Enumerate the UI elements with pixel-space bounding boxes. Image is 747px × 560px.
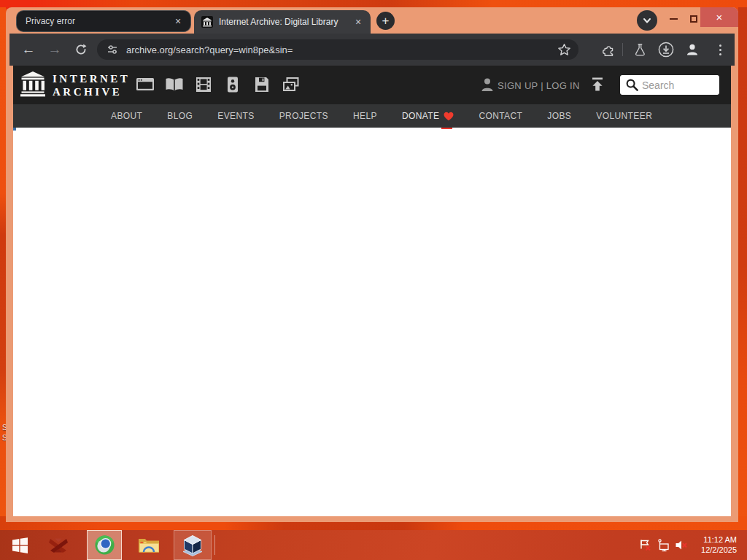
bookmark-star-icon (557, 43, 571, 57)
brand-line-1: INTERNET (53, 72, 130, 85)
tab-title: Privacy error (26, 16, 171, 26)
file-explorer-icon (138, 536, 160, 555)
browser-window: Privacy error × Internet Archive: Digita… (6, 7, 738, 522)
video-icon[interactable] (194, 76, 213, 93)
desktop-wallpaper (0, 7, 6, 525)
network-icon[interactable] (657, 538, 670, 552)
user-icon (480, 77, 495, 92)
nav-item-contact[interactable]: CONTACT (479, 111, 522, 121)
site-search-box (620, 75, 719, 95)
url-text: archive.org/search?query=win8pe&sin= (126, 44, 293, 55)
windows-logo-icon (12, 537, 28, 553)
web-icon[interactable] (136, 76, 155, 93)
nav-item-projects[interactable]: PROJECTS (279, 111, 328, 121)
menu-dots-icon (719, 44, 721, 55)
archive-header: INTERNET ARCHIVE (13, 66, 731, 104)
address-bar[interactable]: archive.org/search?query=win8pe&sin= (97, 39, 578, 60)
taskbar-virtualbox-button[interactable] (174, 530, 212, 560)
nav-item-volunteer[interactable]: VOLUNTEER (596, 111, 652, 121)
action-center-flag-icon[interactable] (638, 538, 652, 552)
tab-strip: Privacy error × Internet Archive: Digita… (6, 7, 738, 34)
screen: S S Privacy error × Internet Archive: Di (0, 0, 747, 560)
nav-item-events[interactable]: EVENTS (217, 111, 254, 121)
archive-navbar: ABOUT BLOG EVENTS PROJECTS HELP DONATE C… (13, 104, 731, 128)
signup-login-link[interactable]: SIGN UP | LOG IN (498, 80, 580, 91)
back-button[interactable]: ← (18, 39, 39, 60)
internet-archive-logo-icon[interactable] (20, 71, 45, 98)
window-close-button[interactable]: × (700, 7, 738, 27)
taskbar: 11:12 AM 12/2/2025 (0, 530, 747, 560)
profile-button[interactable] (682, 39, 703, 60)
desktop-wallpaper (738, 7, 747, 525)
tab-close-icon[interactable]: × (352, 15, 365, 28)
nav-item-help[interactable]: HELP (353, 111, 377, 121)
plus-icon: + (382, 14, 390, 28)
tab-internet-archive[interactable]: Internet Archive: Digital Library × (194, 10, 371, 34)
tab-search-button[interactable] (637, 10, 657, 31)
experiments-button[interactable] (630, 39, 650, 60)
browser-menu-button[interactable] (710, 39, 730, 60)
forward-button[interactable]: → (44, 39, 65, 60)
taskbar-chrome-button[interactable] (87, 530, 122, 560)
minimize-icon (670, 18, 678, 20)
taskbar-explorer-button[interactable] (131, 530, 166, 560)
software-icon[interactable] (252, 76, 271, 93)
new-tab-button[interactable]: + (376, 12, 395, 30)
maximize-icon (690, 15, 697, 23)
nav-item-donate[interactable]: DONATE (402, 111, 454, 121)
profile-icon (685, 42, 700, 57)
taskbar-clock[interactable]: 11:12 AM 12/2/2025 (686, 534, 737, 555)
nav-item-blog[interactable]: BLOG (167, 111, 193, 121)
extensions-puzzle-icon (601, 43, 615, 57)
minimize-button[interactable] (664, 10, 683, 28)
close-icon: × (716, 11, 723, 23)
brand-wordmark[interactable]: INTERNET ARCHIVE (53, 72, 130, 99)
downloads-button[interactable] (656, 39, 676, 60)
download-icon (658, 42, 674, 58)
chevron-down-icon (641, 15, 653, 26)
toolbar-divider (622, 43, 623, 56)
browser-toolbar: ← → archive.org/search?query=win8pe&sin= (9, 34, 735, 66)
brand-line-2: ARCHIVE (53, 85, 130, 98)
clock-date: 12/2/2025 (686, 545, 737, 555)
flask-icon (633, 43, 646, 56)
reload-button[interactable] (71, 39, 91, 60)
start-button[interactable] (4, 530, 35, 560)
tab-title: Internet Archive: Digital Library (219, 17, 352, 27)
media-type-nav (136, 76, 301, 93)
webpage-content: INTERNET ARCHIVE (13, 66, 731, 516)
chrome-icon (94, 534, 115, 556)
tab-close-icon[interactable]: × (171, 15, 185, 28)
search-input[interactable] (620, 75, 719, 95)
audio-icon[interactable] (223, 76, 242, 93)
nav-item-jobs[interactable]: JOBS (547, 111, 571, 121)
donate-label: DONATE (402, 111, 440, 121)
bookmark-button[interactable] (554, 39, 574, 60)
donate-underline (441, 128, 452, 129)
render-artifact (13, 128, 16, 131)
back-icon: ← (22, 42, 36, 58)
red-ribbon-app-icon (48, 536, 69, 555)
site-info-icon[interactable] (106, 43, 119, 56)
clock-time: 11:12 AM (686, 534, 737, 545)
texts-icon[interactable] (165, 76, 184, 93)
virtualbox-icon (182, 534, 204, 556)
taskbar-app-button[interactable] (42, 530, 74, 560)
nav-item-about[interactable]: ABOUT (111, 111, 142, 121)
heart-icon (444, 112, 454, 121)
reload-icon (74, 43, 88, 56)
taskbar-divider (214, 535, 215, 555)
forward-icon: → (48, 42, 62, 58)
extensions-button[interactable] (597, 39, 618, 60)
upload-icon[interactable] (589, 77, 605, 92)
archive-favicon-icon (201, 16, 213, 28)
tab-privacy-error[interactable]: Privacy error × (16, 10, 191, 32)
images-icon[interactable] (282, 76, 301, 93)
